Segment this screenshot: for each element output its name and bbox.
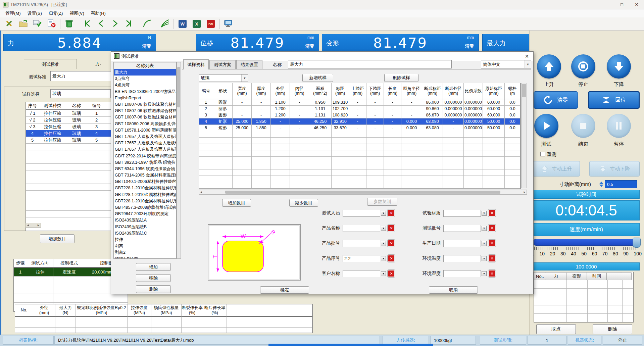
spec-table-vscrollbar[interactable] [521,83,527,188]
table-row-empty[interactable] [199,163,521,169]
table-row-empty[interactable] [534,289,633,297]
column-header[interactable]: 时间 [587,272,607,280]
standard-list-item[interactable]: GBT228.1-2010金属材料拉伸试验 [114,185,176,191]
standard-list-item[interactable]: GBT 7314-2005 金属材料室温压缩 [114,172,176,179]
standard-list-item[interactable]: 剥离 [114,243,176,249]
product-field-input[interactable] [343,270,380,277]
environment-field-input[interactable] [443,240,481,247]
table-row-empty[interactable] [534,305,633,314]
clear-field-icon[interactable]: ✕ [388,240,395,247]
sample-select-input[interactable]: 玻璃 [50,89,111,98]
spin-down-icon[interactable] [599,185,603,187]
standard-list-item[interactable]: GB/T 2792-2014 胶粘带剥离强度 [114,153,176,159]
standard-list-item[interactable]: GBT 17657 人造板及饰面人造板理 [114,140,176,146]
standard-list-item[interactable]: ISO2439压陷法A [114,217,176,224]
standard-list-item[interactable]: GBT 10807-06 软质泡沫聚合材料 [114,114,176,120]
standard-list-item[interactable]: BS EN ISO 13936-1 2004纺织品 [114,89,176,95]
toolbar-button-tools[interactable] [2,18,16,30]
standard-list-item[interactable]: GBT 10807-06 软质泡沫聚合材料 [114,101,176,108]
test-button[interactable] [534,114,558,138]
stop-button[interactable] [571,54,595,79]
standard-list-item[interactable]: GBT228.1-2010金属材料拉伸试验 [114,192,176,198]
table-row-empty[interactable] [199,169,521,176]
toolbar-button-curves[interactable] [158,18,171,30]
pick-point-button[interactable]: 取点 [536,324,576,334]
table-row[interactable]: 1圆形--1.100-0.950109.310----86.0000.00000… [199,99,521,106]
menu-item-2[interactable]: 归零(Z) [45,10,66,17]
standard-list-item[interactable]: 拉伸 [114,237,176,243]
table-row-empty[interactable] [199,150,521,157]
chevron-down-icon[interactable]: ▼ [381,226,386,231]
clear-button[interactable]: 清零 [305,43,314,49]
menu-item-0[interactable]: 管理(M) [2,10,24,17]
spec-hscroll-thumb[interactable] [225,191,500,194]
table-row-empty[interactable] [199,138,521,144]
table-row-empty[interactable] [534,297,633,305]
toolbar-button-monitor[interactable] [222,18,235,30]
table-row-empty[interactable] [199,176,521,182]
standard-list-item[interactable]: ISO2439压陷法B [114,224,176,230]
toolbar-button-last[interactable] [122,18,136,30]
pause-button[interactable] [607,114,631,138]
standard-list-item[interactable]: GBT 16578.1-2008 塑料薄膜和薄 [114,127,176,134]
column-header[interactable] [606,272,621,280]
clear-field-icon[interactable]: ✕ [488,270,496,277]
clear-field-icon[interactable]: ✕ [388,270,395,277]
table-row-empty[interactable] [199,157,521,163]
standard-list-item[interactable]: GBT228.1-2010金属材料拉伸试验 [114,198,176,204]
jog-distance-input[interactable]: 0.5 [605,180,637,188]
tab-test-plan[interactable]: 测试方案 [209,60,236,69]
jog-up-button[interactable]: 寸动上升 [533,161,580,177]
home-button[interactable]: 回位 [588,91,640,109]
scroll-left-icon[interactable]: ◄ [200,191,202,194]
standard-list-item[interactable]: 剥离2 [114,249,176,256]
standard-list-item[interactable]: GBT4857.3-2008静载荷堆码试验 [114,204,176,211]
close-button[interactable]: ✕ [629,0,644,9]
zero-button[interactable]: 清零 [534,91,578,109]
standard-list-item[interactable]: GBT 17657 人造板及饰面人造板理 [114,134,176,140]
specimen-select[interactable]: 玻璃▼ [199,74,248,82]
jog-distance-spinner[interactable] [599,180,603,188]
table-row[interactable]: 5矩形25.0001.850--46.25033.670---0.00063.0… [199,125,521,131]
column-header[interactable]: 力 [546,272,566,280]
chevron-down-icon[interactable]: ▼ [482,226,487,231]
speed-slider[interactable] [533,239,640,246]
table-row[interactable]: 2圆形--1.200-1.131102.700----90.8600.00000… [199,106,521,112]
product-field-input[interactable]: 2-2 [343,255,380,262]
clear-field-icon[interactable]: ✕ [488,240,496,247]
standard-list-item[interactable]: 玻璃4点抗弯 [114,256,176,259]
standard-list-item[interactable]: GBT 17657 人造板及饰面人造板理 [114,146,176,153]
tab-force-curve[interactable]: 力- [95,61,101,67]
scroll-right-icon[interactable]: ► [523,191,526,194]
list-vscrollbar[interactable] [177,62,181,259]
column-header[interactable] [621,272,632,280]
up-button[interactable] [537,54,561,79]
list-add-button[interactable]: 增加 [136,263,171,271]
clear-button[interactable]: 清零 [142,43,151,49]
chevron-down-icon[interactable]: ▼ [241,75,248,82]
table-row-empty[interactable] [199,131,521,138]
standard-list-item[interactable]: ISO2439压陷法C [114,230,176,237]
standard-list-item[interactable]: GBT 3923.1-1997 纺织品 织物拉 [114,159,176,166]
retest-checkbox[interactable] [540,152,545,156]
clear-button[interactable]: 清零 [465,43,474,49]
standard-list-item[interactable]: 3点抗弯 [114,76,176,82]
list-delete-button[interactable]: 删除 [136,285,171,293]
chevron-down-icon[interactable]: ▼ [482,241,487,246]
table-row-empty[interactable] [534,314,633,322]
standard-list-item[interactable]: GBT 10807-06 软质泡沫聚合材料 [114,108,176,114]
table-row-empty[interactable] [199,182,521,189]
standard-list-item[interactable]: 最大力 [114,69,176,76]
end-button[interactable] [571,114,595,138]
add-specimen-button[interactable]: 新增试样 [302,74,333,82]
chevron-down-icon[interactable]: ▼ [482,271,487,276]
product-field-input[interactable] [343,225,380,232]
cancel-button[interactable]: 取消 [429,286,478,294]
chevron-down-icon[interactable]: ▼ [381,241,386,246]
jog-down-button[interactable]: 寸动下降 [589,161,640,177]
clear-field-icon[interactable]: ✕ [388,209,395,217]
down-button[interactable] [607,54,631,79]
spec-vscroll-thumb[interactable] [522,84,526,97]
chevron-down-icon[interactable]: ▼ [381,256,386,261]
toolbar-button-device-check[interactable] [31,18,44,30]
